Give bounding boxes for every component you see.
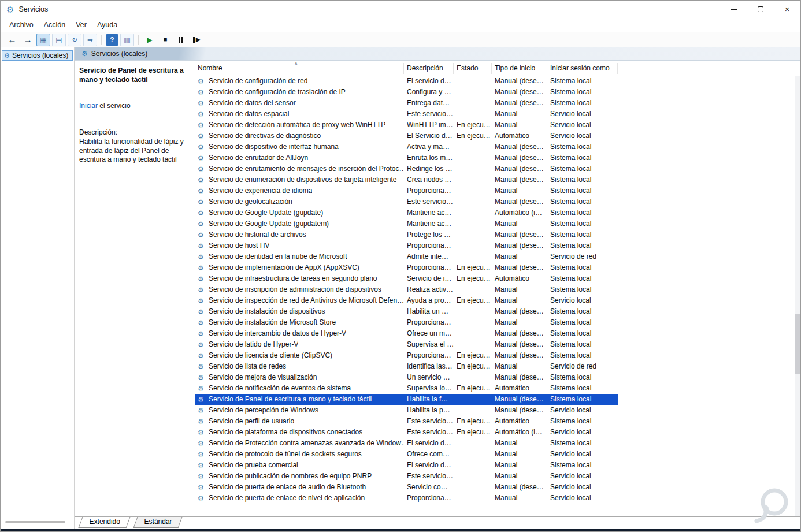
table-row[interactable]: ⚙Servicio de detección automática de pro…: [195, 120, 618, 131]
menu-archivo[interactable]: Archivo: [4, 19, 39, 31]
table-row[interactable]: ⚙Servicio de Google Update (gupdatem)Man…: [195, 218, 618, 229]
tree-item-services-local[interactable]: ⚙ Servicios (locales): [2, 50, 73, 61]
table-row[interactable]: ⚙Servicio de perfil de usuarioEste servi…: [195, 416, 618, 427]
table-row[interactable]: ⚙Servicio de identidad en la nube de Mic…: [195, 251, 618, 262]
tab-extendido[interactable]: Extendido: [79, 517, 131, 528]
service-name: Servicio de Panel de escritura a mano y …: [209, 394, 372, 405]
table-row[interactable]: ⚙Servicio de directivas de diagnósticoEl…: [195, 131, 618, 142]
service-name: Servicio de perfil de usuario: [209, 416, 294, 427]
restart-service-icon[interactable]: ▶: [190, 34, 203, 46]
minimize-button[interactable]: [721, 1, 747, 18]
service-status-cell: [454, 152, 492, 163]
table-row[interactable]: ⚙Servicio de enrutamiento de mensajes de…: [195, 163, 618, 174]
table-row[interactable]: ⚙Servicio de lista de redesIdentifica la…: [195, 361, 618, 372]
refresh-icon[interactable]: ↻: [68, 34, 81, 46]
table-row[interactable]: ⚙Servicio de experiencia de idiomaPropor…: [195, 185, 618, 196]
window-list-icon[interactable]: ▥: [120, 34, 134, 46]
table-row[interactable]: ⚙Servicio de publicación de nombres de e…: [195, 471, 618, 482]
service-name-cell: ⚙Servicio de percepción de Windows: [195, 405, 404, 416]
service-logon-cell: Sistema local: [547, 262, 618, 273]
table-row[interactable]: ⚙Servicio de implementación de AppX (App…: [195, 262, 618, 273]
service-logon-cell: Sistema local: [547, 76, 618, 87]
service-gear-icon: ⚙: [198, 199, 206, 206]
table-row[interactable]: ⚙Servicio de prueba comercialEl servicio…: [195, 460, 618, 471]
table-row[interactable]: ⚙Servicio de datos del sensorEntrega dat…: [195, 98, 618, 109]
service-startup-type-cell: Manual: [492, 185, 547, 196]
service-startup-type-cell: Manual (dese…: [492, 152, 547, 163]
service-logon-cell: Sistema local: [547, 207, 618, 218]
table-row[interactable]: ⚙Servicio de protocolo de túnel de socke…: [195, 449, 618, 460]
show-console-tree-icon[interactable]: ▦: [36, 34, 50, 46]
table-row[interactable]: ⚙Servicio de enrutador de AllJoynEnruta …: [195, 152, 618, 163]
service-logon-cell: Servicio local: [547, 109, 618, 120]
service-logon-cell: Servicio local: [547, 493, 618, 504]
table-row[interactable]: ⚙Servicio de puerta de enlace de audio d…: [195, 482, 618, 493]
start-service-icon[interactable]: ▶: [143, 34, 157, 46]
service-startup-type-cell: Manual: [492, 449, 547, 460]
forward-icon[interactable]: →: [21, 34, 35, 46]
table-row[interactable]: ⚙Servicio de Google Update (gupdate)Mant…: [195, 207, 618, 218]
column-header-iniciar-sesion[interactable]: Iniciar sesión como: [547, 63, 618, 74]
table-row[interactable]: ⚙Servicio de puerta de enlace de nivel d…: [195, 493, 618, 504]
service-name: Servicio de Google Update (gupdatem): [209, 218, 329, 229]
console-tree: ⚙ Servicios (locales): [1, 47, 75, 529]
close-button[interactable]: ×: [774, 1, 800, 18]
table-row[interactable]: ⚙Servicio de host HVProporciona…Manual (…: [195, 240, 618, 251]
column-header-tipo-inicio[interactable]: Tipo de inicio: [492, 63, 547, 74]
service-startup-type-cell: Manual: [492, 471, 547, 482]
table-row[interactable]: ⚙Servicio de datos espacialEste servicio…: [195, 109, 618, 120]
service-name-cell: ⚙Servicio de inscripción de administraci…: [195, 284, 404, 295]
column-header-nombre[interactable]: Nombre: [195, 63, 404, 74]
properties-icon[interactable]: ▤: [52, 34, 66, 46]
service-description-cell: Proporciona…: [404, 317, 454, 328]
service-name-cell: ⚙Servicio de datos del sensor: [195, 98, 404, 109]
table-row[interactable]: ⚙Servicio de inscripción de administraci…: [195, 284, 618, 295]
table-row[interactable]: ⚙Servicio de mejora de visualizaciónUn s…: [195, 372, 618, 383]
table-row[interactable]: ⚙Servicio de licencia de cliente (ClipSV…: [195, 350, 618, 361]
column-header-estado[interactable]: Estado: [454, 63, 492, 74]
table-row[interactable]: ⚙Servicio de infraestructura de tareas e…: [195, 273, 618, 284]
export-list-icon[interactable]: ⇒: [83, 34, 97, 46]
scrollbar-thumb[interactable]: [795, 314, 800, 374]
table-row[interactable]: ⚙Servicio de dispositivo de interfaz hum…: [195, 142, 618, 152]
service-startup-type-cell: Manual: [492, 361, 547, 372]
table-row[interactable]: ⚙Servicio de configuración de redEl serv…: [195, 76, 618, 87]
column-header-descripcion[interactable]: Descripción: [404, 63, 454, 74]
menubar: Archivo Acción Ver Ayuda: [1, 18, 800, 32]
service-startup-type-cell: Manual: [492, 317, 547, 328]
pause-service-icon[interactable]: [174, 34, 188, 46]
table-row[interactable]: ⚙Servicio de inspección de red de Antivi…: [195, 295, 618, 306]
service-gear-icon: ⚙: [198, 297, 206, 304]
help-icon[interactable]: ?: [106, 34, 118, 46]
stop-service-icon[interactable]: ■: [158, 34, 172, 46]
table-row[interactable]: ⚙Servicio de notificación de eventos de …: [195, 383, 618, 394]
table-row[interactable]: ⚙Servicio de intercambio de datos de Hyp…: [195, 328, 618, 339]
start-service-link[interactable]: Iniciar: [79, 102, 98, 110]
table-row[interactable]: ⚙Servicio de historial de archivosProteg…: [195, 229, 618, 240]
service-logon-cell: Sistema local: [547, 328, 618, 339]
table-row[interactable]: ⚙Servicio de instalación de Microsoft St…: [195, 317, 618, 328]
service-gear-icon: ⚙: [198, 133, 206, 140]
service-name: Servicio de intercambio de datos de Hype…: [209, 328, 346, 339]
table-row[interactable]: ⚙Servicio de instalación de dispositivos…: [195, 306, 618, 317]
vertical-scrollbar[interactable]: [795, 76, 800, 516]
table-row[interactable]: ⚙Servicio de enumeración de dispositivos…: [195, 174, 618, 185]
table-row[interactable]: ⚙Servicio de Panel de escritura a mano y…: [195, 394, 618, 405]
service-description-cell: Este servicio…: [404, 427, 454, 438]
table-row[interactable]: ⚙Servicio de configuración de traslación…: [195, 87, 618, 98]
tab-estandar[interactable]: Estándar: [134, 517, 183, 528]
service-logon-cell: Sistema local: [547, 416, 618, 427]
table-row[interactable]: ⚙Servicio de percepción de WindowsHabili…: [195, 405, 618, 416]
table-row[interactable]: ⚙Servicio de Protección contra amenazas …: [195, 438, 618, 449]
back-icon[interactable]: ←: [5, 34, 19, 46]
menu-accion[interactable]: Acción: [39, 19, 71, 31]
service-name-cell: ⚙Servicio de plataforma de dispositivos …: [195, 427, 404, 438]
menu-ver[interactable]: Ver: [71, 19, 92, 31]
table-row[interactable]: ⚙Servicio de latido de Hyper-VSupervisa …: [195, 339, 618, 350]
menu-ayuda[interactable]: Ayuda: [92, 19, 123, 31]
table-row[interactable]: ⚙Servicio de plataforma de dispositivos …: [195, 427, 618, 438]
service-description-cell: Identifica las…: [404, 361, 454, 372]
tree-horizontal-scrollbar[interactable]: [5, 521, 65, 523]
table-row[interactable]: ⚙Servicio de geolocalizaciónEste servici…: [195, 196, 618, 207]
maximize-button[interactable]: [747, 1, 774, 18]
